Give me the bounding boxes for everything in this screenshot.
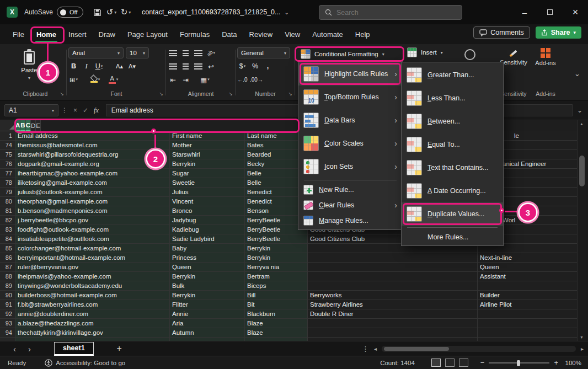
row-number[interactable]: 85 <box>0 244 15 253</box>
cell-col-e[interactable]: Next-in-line <box>478 253 577 263</box>
cell-last-name[interactable]: Berrykin <box>245 253 308 263</box>
sheet-tab-sheet1[interactable]: sheet1 <box>54 342 94 356</box>
cell-email[interactable]: f.bit@strawberryairlines.com <box>15 300 170 309</box>
zoom-level[interactable]: 100% <box>563 360 581 366</box>
menu-item[interactable]: Clear Rules › <box>298 197 402 213</box>
vertical-scrollbar-thumb[interactable] <box>579 156 585 186</box>
cell-last-name[interactable]: Berrykin <box>245 244 308 253</box>
addins-button[interactable]: Add-ins Add-ins <box>528 46 563 99</box>
align-center-button[interactable] <box>180 61 191 72</box>
row-number[interactable]: 75 <box>0 150 15 159</box>
decrease-decimal-button[interactable]: .00→ <box>250 74 263 85</box>
cell-first-name[interactable]: Annie <box>170 309 245 319</box>
horizontal-scrollbar-thumb[interactable] <box>384 347 449 351</box>
cell-first-name[interactable]: Vincent <box>170 197 245 206</box>
align-middle-button[interactable] <box>180 47 191 58</box>
comments-button[interactable]: Comments <box>473 26 530 39</box>
search-box[interactable] <box>319 5 462 20</box>
cell-first-name[interactable]: Sweetie <box>170 178 245 188</box>
row-number[interactable]: 91 <box>0 300 15 309</box>
search-input[interactable] <box>336 9 447 17</box>
number-dialog-launcher-icon[interactable]: ↘ <box>288 91 292 97</box>
row-number[interactable]: 82 <box>0 216 15 225</box>
page-layout-view-icon[interactable] <box>445 359 455 367</box>
ribbon-tab[interactable]: Formulas <box>174 26 216 42</box>
cell-first-name[interactable]: Princess <box>170 253 245 263</box>
cell-first-name[interactable]: Sadie Ladybird <box>170 234 245 244</box>
row-number[interactable]: 90 <box>0 291 15 300</box>
cell-col-e[interactable] <box>478 309 577 319</box>
cell-email[interactable]: iliketosing@gmail-example.com <box>15 178 170 188</box>
cell-first-name[interactable]: Bronco <box>170 206 245 216</box>
cell-first-name[interactable]: Aria <box>170 319 245 328</box>
cell-email[interactable]: iheartbigmac@yahoo-example.com <box>15 169 170 178</box>
wrap-text-button[interactable]: ↩ <box>206 61 216 72</box>
expand-formula-bar-icon[interactable]: ⌄ <box>577 106 582 114</box>
font-color-button[interactable]: A▾ <box>108 74 119 85</box>
cell-last-name[interactable]: Blaze <box>245 319 308 328</box>
cell-email[interactable]: builderboss@hotmail-example.com <box>15 291 170 300</box>
cell-col-d[interactable]: Double R Diner <box>308 309 478 319</box>
menu-item[interactable]: Equal To... <box>402 133 503 156</box>
menu-item[interactable]: Text that Contains... <box>402 156 503 179</box>
cell-last-name[interactable]: Bill <box>245 291 308 300</box>
cell-email[interactable]: annie@doublerdiner.com <box>15 309 170 319</box>
column-header[interactable]: B <box>20 120 25 131</box>
cell-first-name[interactable]: Julius <box>170 188 245 197</box>
zoom-out-button[interactable]: − <box>480 359 485 367</box>
maximize-button[interactable] <box>537 0 563 24</box>
cell-email[interactable]: theorphan@gmail-example.com <box>15 197 170 206</box>
row-number[interactable]: 78 <box>0 178 15 188</box>
next-sheet-icon[interactable]: › <box>28 344 31 354</box>
row-number[interactable]: 87 <box>0 263 15 272</box>
column-header[interactable]: C <box>26 120 31 131</box>
conditional-formatting-button[interactable]: Conditional Formatting ▾ <box>297 47 403 61</box>
cell-col-e[interactable]: Assistant <box>478 272 577 281</box>
cell-col-e[interactable]: Queen <box>478 263 577 272</box>
menu-item[interactable]: Highlight Cells Rules › <box>298 62 402 85</box>
cell-first-name[interactable]: Sugar <box>170 169 245 178</box>
cell-col-d[interactable] <box>308 253 478 263</box>
cell-email[interactable]: foodfight@outlook-example.com <box>15 225 170 234</box>
previous-sheet-icon[interactable]: ‹ <box>13 344 16 354</box>
ribbon-tab[interactable]: View <box>279 26 306 42</box>
decrease-indent-button[interactable]: ⇤ <box>168 74 178 85</box>
ribbon-tab[interactable]: File <box>7 26 30 42</box>
cell-first-name[interactable]: Jadybug <box>170 216 245 225</box>
cell-last-name[interactable]: Blaze <box>245 328 308 338</box>
cell-col-d[interactable]: Strawberry Airlines <box>308 300 478 309</box>
ribbon-tab[interactable]: Insert <box>62 26 93 42</box>
menu-item[interactable]: Color Scales › <box>298 132 402 155</box>
menu-item[interactable]: 10 Top/Bottom Rules › <box>298 85 402 109</box>
cell-email[interactable]: thechattykirin@kirinvillage.gov <box>15 328 170 338</box>
cell-first-name[interactable]: Berrykin <box>170 272 245 281</box>
cell-col-e[interactable] <box>478 319 577 328</box>
ribbon-tab[interactable]: Data <box>216 26 243 42</box>
cell-last-name[interactable]: Bit <box>245 300 308 309</box>
zoom-in-button[interactable]: + <box>554 359 558 367</box>
cell-last-name[interactable]: BerryBeetle <box>245 234 308 244</box>
vertical-scrollbar[interactable]: ▲ ▼ <box>577 120 586 341</box>
autosave-toggle[interactable]: Off <box>57 7 83 18</box>
column-header[interactable]: E <box>36 120 41 131</box>
row-number[interactable]: 92 <box>0 309 15 319</box>
align-top-button[interactable] <box>168 47 178 58</box>
cell-email[interactable]: j.berrybeetle@bbcpo.gov <box>15 216 170 225</box>
row-number[interactable]: 83 <box>0 225 15 234</box>
cell-col-e[interactable] <box>478 328 577 338</box>
ribbon-tab[interactable]: Automate <box>306 26 349 42</box>
font-name-select[interactable]: Arial▾ <box>68 47 124 58</box>
insert-function-icon[interactable]: fx <box>94 106 99 115</box>
italic-button[interactable]: I <box>81 61 92 72</box>
scroll-down-icon[interactable]: ▼ <box>578 335 586 339</box>
row-number[interactable]: 93 <box>0 319 15 328</box>
row-number[interactable]: 80 <box>0 197 15 206</box>
menu-item[interactable]: Duplicate Values... <box>402 202 503 226</box>
cell-last-name[interactable]: Bertram <box>245 272 308 281</box>
select-all-corner[interactable] <box>0 120 15 131</box>
zoom-knob[interactable] <box>517 360 520 366</box>
document-title[interactable]: contact_export_1100693728783_121825_0...… <box>142 8 289 16</box>
cell-first-name[interactable]: Kadiebug <box>170 225 245 234</box>
menu-item[interactable]: Manage Rules... <box>298 213 402 228</box>
close-button[interactable]: × <box>563 0 588 24</box>
